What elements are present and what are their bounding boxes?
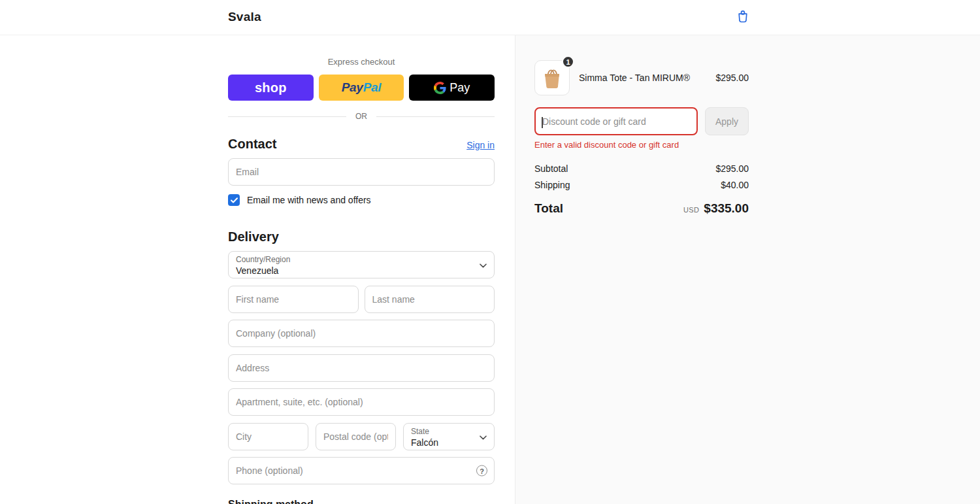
checkout-form: Express checkout shop PayPal Pay OR Cont	[228, 35, 495, 504]
check-icon	[231, 197, 238, 203]
total-row: Total USD $335.00	[534, 201, 749, 216]
express-checkout-title: Express checkout	[228, 57, 495, 67]
discount-input-wrapper	[534, 107, 698, 135]
store-logo[interactable]: Svala	[228, 10, 261, 24]
product-thumbnail: 1	[534, 60, 570, 95]
help-icon[interactable]: ?	[476, 465, 487, 477]
product-title: Simma Tote - Tan MIRUM®	[579, 73, 709, 83]
discount-code-input[interactable]	[536, 109, 696, 134]
city-field[interactable]	[228, 423, 308, 450]
tote-bag-icon	[538, 63, 566, 92]
shipping-row: Shipping $40.00	[534, 180, 749, 190]
product-price: $295.00	[715, 73, 749, 83]
last-name-field[interactable]	[365, 286, 495, 313]
shopping-bag-icon	[735, 16, 751, 26]
cart-button[interactable]	[734, 8, 751, 25]
apartment-field[interactable]	[228, 388, 495, 416]
chevron-down-icon	[480, 431, 487, 443]
state-select[interactable]: State Falcón	[403, 423, 495, 450]
shipping-method-title: Shipping method	[228, 499, 495, 504]
google-g-icon	[434, 82, 446, 94]
address-field[interactable]	[228, 354, 495, 382]
paypal-button[interactable]: PayPal	[319, 75, 404, 101]
google-pay-button[interactable]: Pay	[409, 75, 495, 101]
express-checkout-buttons: shop PayPal Pay	[228, 75, 495, 101]
contact-section-title: Contact	[228, 137, 276, 152]
country-select[interactable]: Country/Region Venezuela	[228, 251, 495, 278]
company-field[interactable]	[228, 320, 495, 347]
apply-discount-button[interactable]: Apply	[705, 107, 749, 135]
shop-pay-logo: shop	[255, 80, 287, 95]
newsletter-checkbox[interactable]	[228, 194, 240, 206]
shop-pay-button[interactable]: shop	[228, 75, 314, 101]
discount-error-message: Enter a valid discount code or gift card	[534, 140, 749, 150]
or-divider: OR	[228, 112, 495, 121]
paypal-logo: PayPal	[342, 80, 382, 95]
header: Svala	[0, 0, 980, 35]
quantity-badge: 1	[562, 56, 574, 68]
order-summary: 1 Simma Tote - Tan MIRUM® $295.00 Apply …	[534, 35, 749, 216]
first-name-field[interactable]	[228, 286, 359, 313]
total-amount: $335.00	[704, 201, 749, 216]
cart-line-item: 1 Simma Tote - Tan MIRUM® $295.00	[534, 60, 749, 95]
text-caret	[542, 117, 543, 128]
email-field[interactable]	[228, 158, 495, 186]
delivery-section-title: Delivery	[228, 229, 495, 244]
phone-field[interactable]	[228, 457, 495, 484]
currency-code: USD	[683, 206, 699, 214]
newsletter-label: Email me with news and offers	[247, 195, 371, 205]
subtotal-row: Subtotal $295.00	[534, 163, 749, 174]
gpay-label: Pay	[449, 81, 470, 95]
chevron-down-icon	[480, 259, 487, 271]
sign-in-link[interactable]: Sign in	[466, 140, 495, 150]
postal-code-field[interactable]	[316, 423, 396, 450]
